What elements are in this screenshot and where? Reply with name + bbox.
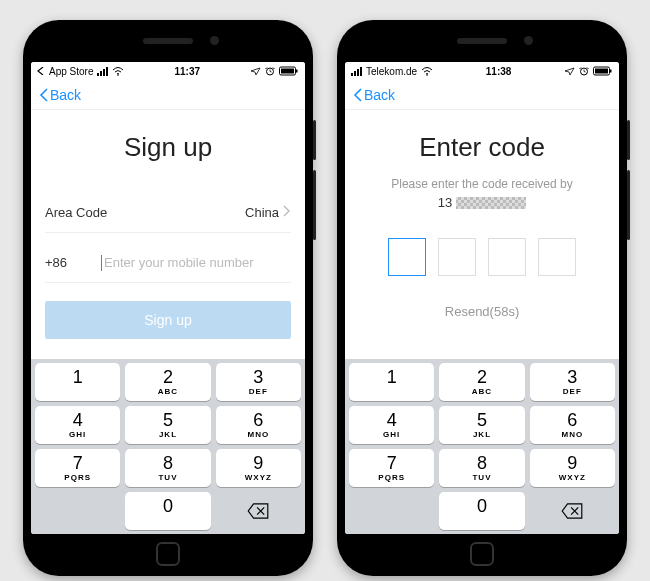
keypad-key-4[interactable]: 4GHI — [35, 406, 120, 444]
status-time: 11:37 — [174, 66, 200, 77]
redacted-block — [456, 197, 526, 209]
code-digit-3[interactable] — [488, 238, 526, 276]
keypad-key-6[interactable]: 6MNO — [530, 406, 615, 444]
keypad-backspace[interactable] — [530, 492, 615, 530]
area-code-label: Area Code — [45, 205, 107, 220]
keypad-blank — [35, 492, 120, 530]
phone-input[interactable] — [104, 255, 291, 270]
home-button[interactable] — [156, 542, 180, 566]
status-bar: Telekom.de 11:38 — [345, 62, 619, 80]
numeric-keypad: 1 2ABC3DEF4GHI5JKL6MNO7PQRS8TUV9WXYZ0 — [345, 359, 619, 534]
keypad-backspace[interactable] — [216, 492, 301, 530]
subtitle: Please enter the code received by — [359, 177, 605, 191]
keypad-key-4[interactable]: 4GHI — [349, 406, 434, 444]
back-button[interactable]: Back — [39, 87, 81, 103]
keypad-key-9[interactable]: 9WXYZ — [530, 449, 615, 487]
screen-entercode: Telekom.de 11:38 Back Enter code Please … — [345, 62, 619, 534]
back-app-icon — [37, 67, 45, 75]
location-icon — [564, 67, 575, 76]
numeric-keypad: 1 2ABC3DEF4GHI5JKL6MNO7PQRS8TUV9WXYZ0 — [31, 359, 305, 534]
keypad-key-6[interactable]: 6MNO — [216, 406, 301, 444]
svg-rect-4 — [296, 70, 298, 73]
country-prefix: +86 — [45, 255, 101, 270]
code-digit-2[interactable] — [438, 238, 476, 276]
chevron-right-icon — [283, 205, 291, 220]
text-cursor — [101, 255, 102, 271]
keypad-key-5[interactable]: 5JKL — [439, 406, 524, 444]
keypad-key-8[interactable]: 8TUV — [125, 449, 210, 487]
resend-label[interactable]: Resend(58s) — [359, 304, 605, 319]
status-carrier: Telekom.de — [366, 66, 417, 77]
signal-icon — [97, 67, 108, 76]
chevron-left-icon — [39, 88, 48, 102]
keypad-key-5[interactable]: 5JKL — [125, 406, 210, 444]
keypad-key-0[interactable]: 0 — [439, 492, 524, 530]
area-code-value: China — [107, 205, 279, 220]
keypad-key-2[interactable]: 2ABC — [439, 363, 524, 401]
page-title: Sign up — [45, 132, 291, 163]
screen-signup: App Store 11:37 Back Sign up Area Code — [31, 62, 305, 534]
svg-rect-8 — [595, 69, 608, 74]
nav-bar: Back — [31, 80, 305, 110]
home-button[interactable] — [470, 542, 494, 566]
keypad-key-8[interactable]: 8TUV — [439, 449, 524, 487]
battery-icon — [593, 66, 613, 76]
chevron-left-icon — [353, 88, 362, 102]
svg-point-0 — [118, 74, 120, 76]
svg-point-5 — [426, 74, 428, 76]
back-button[interactable]: Back — [353, 87, 395, 103]
phone-entercode: Telekom.de 11:38 Back Enter code Please … — [337, 20, 627, 576]
content-entercode: Enter code Please enter the code receive… — [345, 110, 619, 359]
keypad-key-7[interactable]: 7PQRS — [349, 449, 434, 487]
alarm-icon — [579, 66, 589, 76]
svg-rect-9 — [610, 70, 612, 73]
keypad-key-3[interactable]: 3DEF — [216, 363, 301, 401]
content-signup: Sign up Area Code China +86 Sign up By s… — [31, 110, 305, 359]
location-icon — [250, 67, 261, 76]
keypad-key-0[interactable]: 0 — [125, 492, 210, 530]
phone-signup: App Store 11:37 Back Sign up Area Code — [23, 20, 313, 576]
nav-bar: Back — [345, 80, 619, 110]
keypad-blank — [349, 492, 434, 530]
area-code-row[interactable]: Area Code China — [45, 193, 291, 233]
masked-phone: 13 — [359, 195, 605, 210]
signal-icon — [351, 67, 362, 76]
code-digit-4[interactable] — [538, 238, 576, 276]
signup-button[interactable]: Sign up — [45, 301, 291, 339]
keypad-key-7[interactable]: 7PQRS — [35, 449, 120, 487]
wifi-icon — [112, 67, 124, 76]
keypad-key-1[interactable]: 1 — [35, 363, 120, 401]
battery-icon — [279, 66, 299, 76]
alarm-icon — [265, 66, 275, 76]
status-carrier: App Store — [49, 66, 93, 77]
page-title: Enter code — [359, 132, 605, 163]
keypad-key-1[interactable]: 1 — [349, 363, 434, 401]
code-inputs — [359, 238, 605, 276]
svg-rect-3 — [281, 69, 294, 74]
code-digit-1[interactable] — [388, 238, 426, 276]
keypad-key-9[interactable]: 9WXYZ — [216, 449, 301, 487]
status-time: 11:38 — [486, 66, 512, 77]
status-bar: App Store 11:37 — [31, 62, 305, 80]
back-label: Back — [364, 87, 395, 103]
keypad-key-3[interactable]: 3DEF — [530, 363, 615, 401]
phone-input-row[interactable]: +86 — [45, 243, 291, 283]
back-label: Back — [50, 87, 81, 103]
keypad-key-2[interactable]: 2ABC — [125, 363, 210, 401]
wifi-icon — [421, 67, 433, 76]
